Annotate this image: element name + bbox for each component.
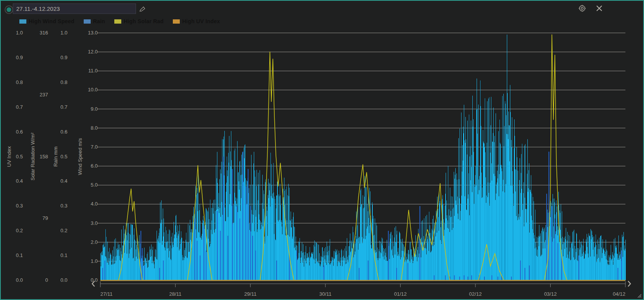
x-axis-date-label: 28/11 [169, 291, 182, 297]
scroll-right-chevron-icon[interactable] [627, 280, 632, 287]
legend: High Wind SpeedRainHigh Solar RadHigh UV… [19, 18, 220, 24]
x-axis-date-label: 30/11 [319, 291, 332, 297]
x-axis-date-label: 01/12 [394, 291, 407, 297]
svg-text:10.0: 10.0 [88, 87, 98, 93]
svg-text:0.0: 0.0 [60, 277, 67, 283]
svg-text:0: 0 [45, 277, 48, 283]
svg-text:0.0: 0.0 [16, 277, 23, 283]
legend-label: Rain [93, 18, 105, 24]
svg-text:Wind Speed m/s: Wind Speed m/s [77, 138, 83, 175]
svg-text:1.0: 1.0 [60, 30, 67, 36]
close-x-icon[interactable] [596, 5, 603, 12]
svg-text:158: 158 [40, 154, 48, 159]
svg-text:0.6: 0.6 [16, 129, 23, 135]
svg-text:Rain mm: Rain mm [53, 146, 59, 166]
svg-text:11.0: 11.0 [88, 68, 98, 74]
x-axis-date-label: 04/12 [613, 291, 625, 297]
resize-grip-icon[interactable] [636, 293, 642, 298]
legend-item-high-wind-speed[interactable]: High Wind Speed [19, 18, 74, 24]
svg-text:9.0: 9.0 [91, 106, 98, 112]
svg-text:1.0: 1.0 [91, 258, 98, 264]
svg-text:0.2: 0.2 [60, 228, 67, 233]
svg-text:0.1: 0.1 [16, 252, 23, 258]
svg-text:3.0: 3.0 [91, 220, 98, 226]
svg-text:1.0: 1.0 [16, 30, 23, 36]
svg-text:6.0: 6.0 [91, 163, 98, 169]
svg-text:0.8: 0.8 [60, 79, 67, 85]
svg-text:0.1: 0.1 [60, 252, 67, 258]
settings-gear-icon[interactable] [578, 4, 586, 12]
legend-swatch-icon [114, 19, 121, 24]
svg-text:0.6: 0.6 [60, 129, 67, 135]
svg-text:237: 237 [40, 92, 48, 98]
svg-text:0.3: 0.3 [16, 203, 23, 209]
wind-speed-bars [101, 34, 626, 280]
x-axis-navigator: 27/1128/1129/1130/1101/1202/1203/1204/12 [100, 281, 625, 297]
chart-gridlines [97, 33, 625, 261]
y-axis-labels: 0.00.10.20.30.40.50.60.70.80.91.0UV Inde… [6, 30, 98, 283]
legend-item-rain[interactable]: Rain [84, 18, 105, 24]
x-axis-date-label: 02/12 [469, 291, 482, 297]
x-axis-date-label: 29/11 [244, 291, 257, 297]
legend-item-high-uv-index[interactable]: High UV Index [173, 18, 220, 24]
svg-text:0.9: 0.9 [16, 55, 23, 60]
date-range-input[interactable] [13, 3, 136, 14]
solar-rad-line [100, 34, 625, 280]
svg-text:5.0: 5.0 [91, 182, 98, 188]
svg-text:UV Index: UV Index [6, 146, 12, 167]
svg-text:316: 316 [40, 30, 48, 36]
x-axis-date-label: 27/11 [100, 291, 113, 297]
svg-text:79: 79 [43, 215, 48, 221]
svg-text:4.0: 4.0 [91, 201, 98, 207]
legend-item-high-solar-rad[interactable]: High Solar Rad [114, 18, 164, 24]
svg-text:0.5: 0.5 [16, 154, 23, 159]
svg-text:0.5: 0.5 [60, 154, 67, 159]
x-axis-date-label: 03/12 [544, 291, 557, 297]
date-range-radio[interactable] [5, 5, 13, 14]
svg-text:0.7: 0.7 [16, 104, 23, 110]
svg-text:0.2: 0.2 [16, 228, 23, 233]
legend-label: High Solar Rad [124, 18, 164, 24]
legend-swatch-icon [19, 19, 26, 24]
top-bar [1, 1, 643, 18]
rain-bars [103, 152, 622, 280]
legend-label: High UV Index [182, 18, 220, 24]
svg-text:0.9: 0.9 [60, 55, 67, 60]
edit-pencil-icon[interactable] [139, 5, 146, 13]
weather-widget-panel: High Wind SpeedRainHigh Solar RadHigh UV… [0, 0, 644, 300]
scroll-left-chevron-icon[interactable] [91, 280, 96, 287]
svg-text:7.0: 7.0 [91, 144, 98, 150]
svg-text:0.3: 0.3 [60, 203, 67, 209]
svg-text:0.4: 0.4 [16, 178, 23, 184]
legend-swatch-icon [84, 19, 91, 24]
svg-text:2.0: 2.0 [91, 239, 98, 245]
svg-text:0.8: 0.8 [16, 79, 23, 85]
svg-text:12.0: 12.0 [88, 49, 98, 55]
svg-text:0.4: 0.4 [60, 178, 67, 184]
svg-text:13.0: 13.0 [88, 30, 98, 36]
svg-text:Solar Radiation W/m²: Solar Radiation W/m² [30, 132, 36, 180]
legend-label: High Wind Speed [29, 18, 74, 24]
svg-text:8.0: 8.0 [91, 125, 98, 131]
svg-text:0.7: 0.7 [60, 104, 67, 110]
legend-swatch-icon [173, 19, 180, 24]
radio-dot-icon [7, 7, 11, 12]
weather-chart[interactable]: 0.00.10.20.30.40.50.60.70.80.91.0UV Inde… [1, 1, 644, 300]
